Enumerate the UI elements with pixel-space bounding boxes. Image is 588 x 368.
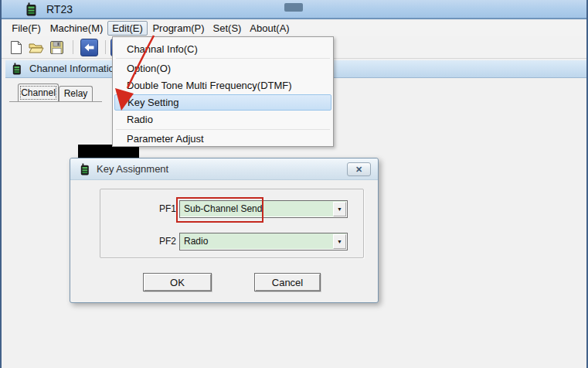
save-icon[interactable] <box>48 39 66 56</box>
channel-window-title: Channel Information <box>29 63 120 74</box>
open-file-icon[interactable] <box>27 39 45 56</box>
chevron-down-icon[interactable]: ▼ <box>333 202 346 216</box>
menu-set[interactable]: Set(S) <box>209 21 245 36</box>
new-file-icon[interactable] <box>7 39 25 56</box>
dialog-titlebar: Key Assignment ✕ <box>70 158 378 180</box>
key-assignment-dialog: Key Assignment ✕ PF1 Sub-Channel Send ▼ … <box>70 158 379 303</box>
annotation-rectangle <box>176 197 263 223</box>
menu-item-radio[interactable]: Radio <box>114 111 331 128</box>
menu-bar: File(F) Machine(M) Edit(E) Program(P) Se… <box>2 21 586 36</box>
pf2-combobox[interactable]: Radio ▼ <box>179 233 348 250</box>
menu-item-option[interactable]: Option(O) <box>114 60 331 77</box>
chevron-down-icon[interactable]: ▼ <box>333 234 346 249</box>
menu-item-channal-info[interactable]: Channal Info(C) <box>114 41 331 57</box>
toolbar-separator <box>73 40 73 54</box>
toolbar-separator <box>105 40 106 54</box>
ok-button[interactable]: OK <box>143 273 212 291</box>
dialog-title: Key Assignment <box>97 163 168 175</box>
menu-separator <box>116 129 330 130</box>
pf2-label: PF2 <box>156 236 176 247</box>
titlebar: RT23 <box>0 0 588 19</box>
tab-baseline <box>9 101 102 102</box>
pf2-value: Radio <box>184 236 208 247</box>
menu-machine[interactable]: Machine(M) <box>46 21 107 36</box>
menu-item-dtmf[interactable]: Double Tone Multi Frequency(DTMF) <box>114 77 331 94</box>
pf1-label: PF1 <box>156 203 176 214</box>
edit-menu-dropdown: Channal Info(C) Option(O) Double Tone Mu… <box>112 36 334 147</box>
menu-about[interactable]: About(A) <box>246 21 294 36</box>
menu-separator <box>116 58 330 59</box>
menu-file[interactable]: File(F) <box>8 21 45 36</box>
menu-item-parameter-adjust[interactable]: Parameter Adjust <box>114 131 331 147</box>
tab-channel[interactable]: Channel <box>18 83 59 102</box>
write-to-radio-icon[interactable] <box>80 39 98 56</box>
radio-dialog-icon <box>80 163 90 179</box>
cancel-button[interactable]: Cancel <box>254 273 321 291</box>
tab-relay[interactable]: Relay <box>59 86 93 102</box>
menu-edit[interactable]: Edit(E) <box>107 21 148 36</box>
rt23-window: RT23 File(F) Machine(M) Edit(E) Program(… <box>0 0 588 368</box>
titlebar-artifact <box>284 3 303 12</box>
radio-app-icon <box>25 2 37 19</box>
radio-window-icon <box>12 63 22 78</box>
menu-program[interactable]: Program(P) <box>150 21 207 36</box>
close-icon[interactable]: ✕ <box>347 162 371 176</box>
window-frame-left <box>0 0 2 368</box>
window-title: RT23 <box>46 3 73 15</box>
menu-item-key-setting[interactable]: Key Setting <box>114 94 331 111</box>
